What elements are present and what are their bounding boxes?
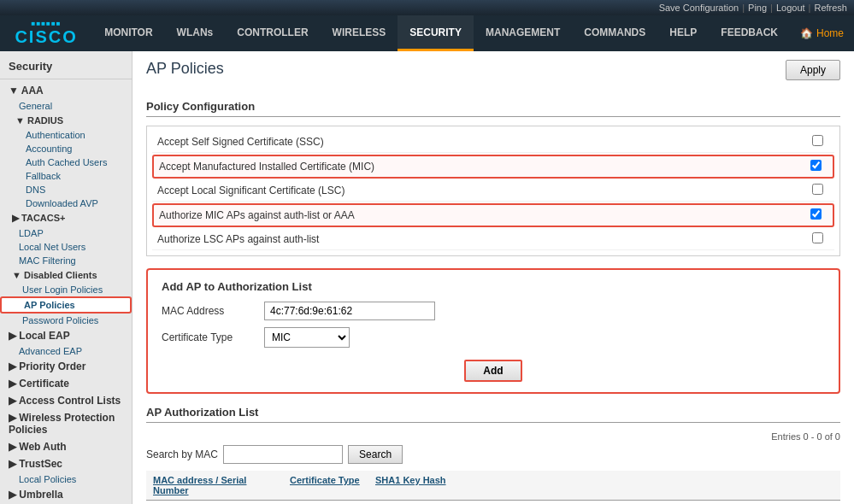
sidebar-downloaded-avp[interactable]: Downloaded AVP xyxy=(0,196,132,210)
nav-security[interactable]: SECURITY xyxy=(398,15,474,51)
sidebar-tacacs[interactable]: ▶ TACACS+ xyxy=(0,210,132,226)
refresh-link[interactable]: Refresh xyxy=(814,3,847,13)
cert-select[interactable]: MIC LSC SSC xyxy=(264,327,350,348)
home-button[interactable]: 🏠 Home xyxy=(790,15,854,51)
sidebar-user-login-policies[interactable]: User Login Policies xyxy=(0,283,132,296)
add-ap-title: Add AP to Authorization List xyxy=(162,280,825,293)
sidebar-password-policies[interactable]: Password Policies xyxy=(0,314,132,327)
col-cert[interactable]: Certificate Type xyxy=(283,473,368,497)
add-ap-box: Add AP to Authorization List MAC Address… xyxy=(146,268,840,394)
policy-row-mic: Accept Manufactured Installed Certificat… xyxy=(152,155,834,179)
sidebar-umbrella[interactable]: ▶ Umbrella xyxy=(0,486,132,503)
sidebar-aaa[interactable]: ▼ AAA xyxy=(0,82,132,99)
nav-wlans[interactable]: WLANs xyxy=(165,15,226,51)
cert-label: Certificate Type xyxy=(162,331,264,343)
table-header: MAC address / Serial Number Certificate … xyxy=(146,471,840,501)
sidebar-advanced-eap[interactable]: Advanced EAP xyxy=(0,344,132,358)
save-config-link[interactable]: Save Configuration xyxy=(659,3,739,13)
sidebar-auth-cached-users[interactable]: Auth Cached Users xyxy=(0,155,132,169)
sidebar-priority-order[interactable]: ▶ Priority Order xyxy=(0,358,132,375)
auth-list-section: AP Authorization List xyxy=(146,406,840,423)
policy-config-section: Policy Configuration xyxy=(146,100,840,117)
add-button[interactable]: Add xyxy=(464,360,521,382)
sidebar-certificate[interactable]: ▶ Certificate xyxy=(0,375,132,392)
nav-commands[interactable]: COMMANDS xyxy=(572,15,657,51)
cisco-logo: ■■■■■■ CISCO xyxy=(0,15,92,51)
apply-button[interactable]: Apply xyxy=(786,60,840,80)
ping-link[interactable]: Ping xyxy=(748,3,767,13)
nav-controller[interactable]: CONTROLLER xyxy=(225,15,320,51)
nav-help[interactable]: HELP xyxy=(657,15,709,51)
sidebar-local-net-users[interactable]: Local Net Users xyxy=(0,240,132,254)
entries-count: Entries 0 - 0 of 0 xyxy=(146,431,840,442)
checkbox-authorize-lsc[interactable] xyxy=(812,232,823,243)
search-input[interactable] xyxy=(223,445,343,464)
sidebar-web-auth[interactable]: ▶ Web Auth xyxy=(0,438,132,455)
checkbox-authorize-mic[interactable] xyxy=(810,208,822,220)
sidebar-fallback[interactable]: Fallback xyxy=(0,169,132,183)
nav-monitor[interactable]: MONITOR xyxy=(92,15,164,51)
sidebar-ap-policies[interactable]: AP Policies xyxy=(0,296,132,314)
sidebar-dns[interactable]: DNS xyxy=(0,183,132,196)
sidebar-accounting[interactable]: Accounting xyxy=(0,142,132,155)
sidebar-general[interactable]: General xyxy=(0,99,132,113)
nav-wireless[interactable]: WIRELESS xyxy=(321,15,398,51)
mac-label: MAC Address xyxy=(162,305,264,317)
cert-type-row: Certificate Type MIC LSC SSC xyxy=(162,327,825,348)
page-title: AP Policies xyxy=(146,60,224,81)
main-content: AP Policies Apply Policy Configuration A… xyxy=(133,51,854,504)
checkbox-lsc[interactable] xyxy=(812,184,823,195)
sidebar-acl[interactable]: ▶ Access Control Lists xyxy=(0,392,132,409)
logout-link[interactable]: Logout xyxy=(776,3,805,13)
sidebar-radius[interactable]: ▼ RADIUS xyxy=(0,113,132,128)
sidebar-authentication[interactable]: Authentication xyxy=(0,128,132,142)
sidebar-section-title: Security xyxy=(0,56,132,76)
search-label: Search by MAC xyxy=(146,448,218,460)
policy-row-authorize-lsc: Authorize LSC APs against auth-list xyxy=(152,229,834,250)
nav-management[interactable]: MANAGEMENT xyxy=(474,15,572,51)
search-button[interactable]: Search xyxy=(348,445,403,464)
sidebar: Security ▼ AAA General ▼ RADIUS Authenti… xyxy=(0,51,133,504)
sidebar-ldap[interactable]: LDAP xyxy=(0,226,132,240)
sidebar-local-policies[interactable]: Local Policies xyxy=(0,472,132,486)
policy-row-lsc: Accept Local Significant Certificate (LS… xyxy=(152,180,834,202)
nav-feedback[interactable]: FEEDBACK xyxy=(709,15,790,51)
sidebar-wpp[interactable]: ▶ Wireless Protection Policies xyxy=(0,409,132,438)
mac-input[interactable] xyxy=(264,302,435,320)
col-sha1[interactable]: SHA1 Key Hash xyxy=(368,473,840,497)
col-mac[interactable]: MAC address / Serial Number xyxy=(146,473,283,497)
checkbox-mic[interactable] xyxy=(810,160,822,171)
sidebar-trustsec[interactable]: ▶ TrustSec xyxy=(0,455,132,472)
policy-row-ssc: Accept Self Signed Certificate (SSC) xyxy=(152,132,834,153)
search-row: Search by MAC Search xyxy=(146,445,840,464)
mac-address-row: MAC Address xyxy=(162,302,825,320)
home-icon: 🏠 xyxy=(800,27,813,39)
policy-row-authorize-mic: Authorize MIC APs against auth-list or A… xyxy=(152,203,834,227)
sidebar-local-eap[interactable]: ▶ Local EAP xyxy=(0,327,132,344)
sidebar-mac-filtering[interactable]: MAC Filtering xyxy=(0,254,132,267)
checkbox-ssc[interactable] xyxy=(812,135,823,146)
sidebar-disabled-clients[interactable]: ▼ Disabled Clients xyxy=(0,267,132,283)
